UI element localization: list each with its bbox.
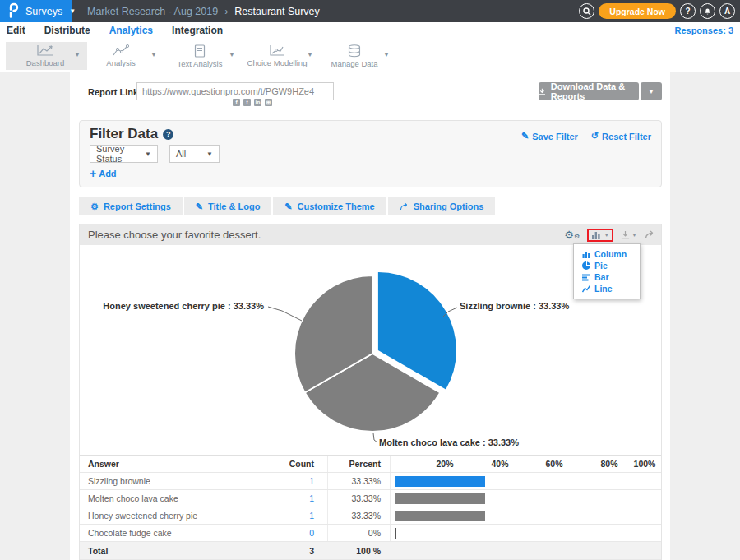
save-filter-button[interactable]: ✎Save Filter (521, 131, 578, 141)
text-analysis-caret-icon[interactable]: ▼ (229, 51, 235, 58)
menu-item-bar[interactable]: Bar (574, 271, 640, 283)
callout-line-left (268, 307, 302, 321)
total-label: Total (80, 542, 266, 559)
count-cell[interactable]: 0 (266, 525, 327, 541)
percent-cell: 33.33% (327, 507, 390, 524)
search-icon (583, 7, 591, 16)
responses-count[interactable]: Responses: 3 (674, 25, 740, 35)
breadcrumb-separator: › (224, 6, 228, 17)
toolbar-item-dashboard[interactable]: Dashboard (12, 43, 78, 69)
table-row: Chocolate fudge cake 0 0% (80, 525, 661, 542)
filter-actions: ✎Save Filter ↺Reset Filter (521, 131, 651, 141)
pie-chart-icon (582, 261, 590, 270)
analytics-toolbar: Dashboard ▼ Analysis ▼ Text Analysis ▼ C… (0, 39, 740, 72)
analysis-icon (112, 44, 130, 57)
choice-modelling-caret-icon[interactable]: ▼ (307, 51, 313, 58)
select-caret-icon: ▼ (206, 150, 213, 158)
table-row: Sizzling brownie 1 33.33% (80, 473, 661, 490)
twitter-icon[interactable]: t (243, 99, 251, 106)
question-settings-button[interactable]: ⚙⚙ (564, 229, 580, 240)
percent-bar (395, 476, 485, 487)
select-caret-icon: ▼ (145, 150, 151, 158)
answer-table-body: Sizzling brownie 1 33.33% Molten choco l… (80, 473, 661, 542)
answer-cell: Chocolate fudge cake (80, 525, 266, 541)
manage-data-icon (347, 44, 362, 58)
toolbar-item-manage-data[interactable]: Manage Data (321, 43, 387, 69)
question-share-button[interactable] (645, 230, 654, 239)
share-forward-icon (645, 230, 654, 239)
nav-item-distribute[interactable]: Distribute (44, 25, 90, 36)
choice-modelling-icon (269, 44, 285, 57)
tab-report-settings[interactable]: ⚙Report Settings (79, 197, 183, 215)
question-header-icons: ⚙⚙ ▼ ▼ (564, 229, 654, 242)
main-nav: Edit Distribute Analytics Integration Re… (0, 22, 740, 39)
chart-type-caret-icon: ▼ (604, 232, 609, 238)
facebook-icon[interactable]: f (233, 99, 240, 106)
questionpro-logo-icon (7, 2, 20, 21)
answer-cell: Honey sweetened cherry pie (80, 507, 266, 524)
table-row: Molten choco lava cake 1 33.33% (80, 490, 661, 507)
breadcrumb: Market Research - Aug 2019 › Restaurant … (87, 6, 320, 17)
menu-item-column[interactable]: Column (574, 248, 640, 260)
filter-value-select[interactable]: All▼ (169, 145, 220, 163)
questionpro-analytics-page: Surveys ▼ Market Research - Aug 2019 › R… (0, 0, 740, 560)
total-count: 3 (266, 542, 327, 559)
help-button[interactable]: ? (680, 3, 696, 19)
axis-tick: 20% (432, 459, 457, 469)
table-row: Honey sweetened cherry pie 1 33.33% (80, 507, 661, 525)
embed-icon[interactable]: ⊞ (265, 99, 272, 106)
bell-icon (703, 7, 712, 16)
count-cell[interactable]: 1 (266, 473, 327, 489)
count-cell[interactable]: 1 (266, 507, 327, 524)
surveys-menu[interactable]: Surveys ▼ (0, 0, 72, 22)
toolbar-item-choice-modelling[interactable]: Choice Modelling (244, 43, 310, 69)
filter-help-icon[interactable]: ? (163, 129, 173, 140)
topbar-actions: Upgrade Now ? A (579, 3, 740, 19)
filter-field-select[interactable]: Survey Status▼ (90, 145, 158, 163)
nav-item-integration[interactable]: Integration (172, 25, 223, 36)
toolbar-item-text-analysis[interactable]: Text Analysis (167, 43, 233, 69)
add-filter-button[interactable]: +Add (90, 167, 117, 180)
download-options-caret[interactable]: ▼ (641, 82, 662, 100)
download-data-reports-button[interactable]: Download Data & Reports (539, 82, 639, 100)
line-chart-icon (582, 285, 590, 293)
manage-data-caret-icon[interactable]: ▼ (383, 51, 390, 58)
reset-icon: ↺ (591, 131, 599, 141)
analysis-caret-icon[interactable]: ▼ (150, 51, 157, 58)
surveys-caret-icon: ▼ (69, 7, 76, 15)
count-cell[interactable]: 1 (266, 490, 327, 507)
breadcrumb-parent[interactable]: Market Research - Aug 2019 (87, 6, 218, 17)
header-bar-axis: 20% 40% 60% 80% 100% (390, 456, 661, 472)
avatar[interactable]: A (719, 3, 735, 19)
tab-title-logo[interactable]: ✎Title & Logo (184, 197, 272, 215)
axis-tick: 100% (632, 459, 657, 469)
reset-filter-button[interactable]: ↺Reset Filter (591, 131, 651, 141)
report-link-input[interactable] (136, 82, 334, 100)
dashboard-icon (36, 44, 54, 57)
report-link-label: Report Link (88, 87, 138, 97)
dashboard-caret-icon[interactable]: ▼ (74, 51, 81, 58)
pencil-icon: ✎ (196, 201, 203, 212)
menu-item-line[interactable]: Line (574, 283, 640, 294)
percent-bar (395, 493, 485, 504)
question-download-button[interactable]: ▼ (621, 230, 637, 239)
menu-item-pie[interactable]: Pie (574, 260, 640, 271)
nav-item-analytics[interactable]: Analytics (109, 25, 153, 36)
notifications-button[interactable] (700, 3, 715, 19)
toolbar-item-analysis[interactable]: Analysis (88, 43, 154, 69)
nav-item-edit[interactable]: Edit (7, 25, 25, 36)
plus-icon: + (90, 167, 96, 180)
tab-customize-theme[interactable]: ✎Customize Theme (273, 197, 386, 215)
topbar: Surveys ▼ Market Research - Aug 2019 › R… (0, 0, 740, 22)
percent-cell: 0% (327, 525, 390, 541)
header-count: Count (266, 456, 327, 472)
tab-sharing-options[interactable]: Sharing Options (388, 197, 496, 215)
linkedin-icon[interactable]: in (254, 99, 261, 106)
search-button[interactable] (579, 3, 594, 19)
text-analysis-icon (193, 44, 206, 58)
header-answer: Answer (80, 456, 266, 472)
question-title: Please choose your favorite dessert. (88, 229, 564, 241)
pie-label-honey-sweetened-cherry-pie: Honey sweetened cherry pie : 33.33% (103, 301, 264, 311)
upgrade-now-button[interactable]: Upgrade Now (599, 3, 676, 19)
chart-type-button[interactable]: ▼ (587, 229, 613, 242)
